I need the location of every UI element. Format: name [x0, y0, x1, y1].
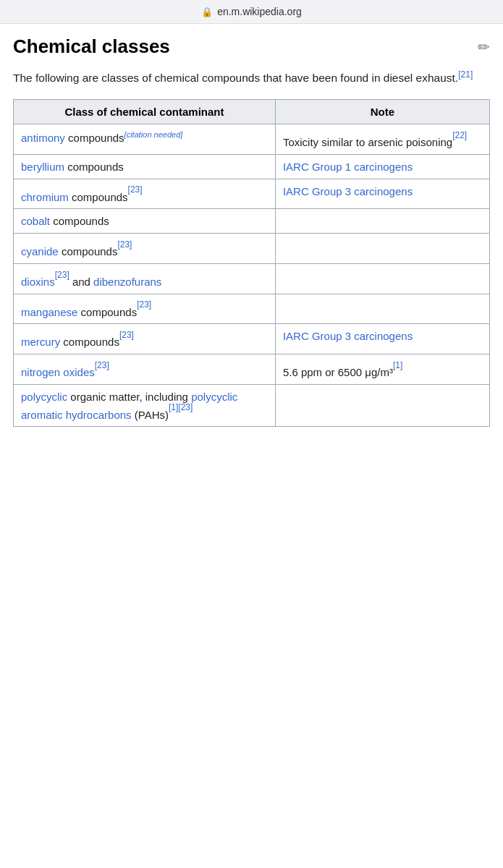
intro-paragraph: The following are classes of chemical co… — [13, 68, 490, 88]
compounds-text: compounds — [81, 305, 138, 318]
table-row: antimony compounds[citation needed] Toxi… — [14, 124, 490, 155]
table-row: cobalt compounds — [14, 209, 490, 234]
page-content: Chemical classes ✏ The following are cla… — [0, 24, 503, 438]
col-header-note: Note — [275, 100, 489, 124]
note-cell — [275, 234, 489, 264]
ref-23d[interactable]: [23] — [137, 300, 151, 310]
table-row: manganese compounds[23] — [14, 294, 490, 324]
class-cell: dioxins[23] and dibenzofurans — [14, 264, 276, 294]
table-row: nitrogen oxides[23] 5.6 ppm or 6500 μg/m… — [14, 354, 490, 385]
and-text: and — [72, 276, 93, 288]
ref-23f[interactable]: [23] — [95, 360, 109, 370]
class-cell: polycyclic organic matter, including pol… — [14, 384, 276, 427]
nitrogen-oxides-link[interactable]: nitrogen oxides — [21, 366, 95, 378]
class-cell: nitrogen oxides[23] — [14, 354, 276, 385]
page-title: Chemical classes — [13, 35, 170, 58]
compounds-text: compounds — [72, 190, 128, 203]
chemical-classes-table: Class of chemical contaminant Note antim… — [13, 99, 490, 427]
note-cell — [275, 384, 489, 427]
cyanide-link[interactable]: cyanide — [21, 245, 59, 258]
nitrogen-note: 5.6 ppm or 6500 μg/m³ — [283, 366, 393, 378]
iarc-group3-link[interactable]: IARC Group 3 carcinogens — [283, 185, 413, 197]
polycyclic-link[interactable]: polycyclic — [21, 391, 67, 403]
chromium-link[interactable]: chromium — [21, 190, 69, 203]
table-row: polycyclic organic matter, including pol… — [14, 384, 490, 427]
note-cell: Toxicity similar to arsenic poisoning[22… — [275, 124, 489, 155]
ref-1-23[interactable]: [1] — [169, 403, 178, 413]
lock-icon: 🔒 — [201, 7, 213, 17]
class-cell: mercury compounds[23] — [14, 324, 276, 354]
cobalt-link[interactable]: cobalt — [21, 215, 50, 227]
table-row: mercury compounds[23] IARC Group 3 carci… — [14, 324, 490, 354]
organic-text: organic matter, including — [70, 391, 191, 403]
note-cell: IARC Group 1 carcinogens — [275, 154, 489, 179]
page-header: Chemical classes ✏ — [13, 35, 490, 58]
class-cell: antimony compounds[citation needed] — [14, 124, 276, 155]
dioxins-link[interactable]: dioxins — [21, 276, 55, 288]
col-header-class: Class of chemical contaminant — [14, 100, 276, 124]
compounds-text: compounds — [62, 245, 118, 258]
note-cell — [275, 264, 489, 294]
ref-23g[interactable]: [23] — [178, 403, 193, 413]
dibenzofurans-link[interactable]: dibenzofurans — [93, 276, 161, 288]
compounds-text: compounds — [53, 215, 109, 227]
browser-bar: 🔒 en.m.wikipedia.org — [0, 0, 503, 24]
note-ref-22[interactable]: [22] — [452, 130, 467, 140]
ref-23b[interactable]: [23] — [117, 239, 132, 250]
class-cell: beryllium compounds — [14, 154, 276, 179]
iarc-group3-mercury-link[interactable]: IARC Group 3 carcinogens — [283, 330, 413, 342]
pahs-text: (PAHs) — [135, 408, 169, 420]
beryllium-link[interactable]: beryllium — [21, 161, 64, 173]
edit-icon[interactable]: ✏ — [478, 38, 490, 56]
compounds-text: compounds — [63, 336, 119, 348]
ref-23e[interactable]: [23] — [119, 330, 134, 340]
table-row: dioxins[23] and dibenzofurans — [14, 264, 490, 294]
class-cell: cobalt compounds — [14, 209, 276, 234]
intro-ref[interactable]: [21] — [458, 69, 473, 80]
note-cell — [275, 209, 489, 234]
note-cell — [275, 294, 489, 324]
class-cell: cyanide compounds[23] — [14, 234, 276, 264]
mercury-link[interactable]: mercury — [21, 336, 60, 348]
note-cell: 5.6 ppm or 6500 μg/m³[1] — [275, 354, 489, 385]
ref-1[interactable]: [1] — [393, 360, 402, 370]
ref-23[interactable]: [23] — [128, 185, 143, 195]
antimony-link[interactable]: antimony — [21, 132, 65, 144]
manganese-link[interactable]: manganese — [21, 305, 77, 318]
url-text: en.m.wikipedia.org — [217, 6, 302, 17]
class-cell: chromium compounds[23] — [14, 179, 276, 209]
compounds-text: compounds — [67, 161, 124, 173]
table-row: chromium compounds[23] IARC Group 3 carc… — [14, 179, 490, 209]
iarc-group1-link[interactable]: IARC Group 1 carcinogens — [283, 161, 413, 173]
note-cell: IARC Group 3 carcinogens — [275, 179, 489, 209]
class-cell: manganese compounds[23] — [14, 294, 276, 324]
compounds-text: compounds — [68, 132, 124, 144]
citation-needed: [citation needed] — [124, 130, 183, 139]
note-cell: IARC Group 3 carcinogens — [275, 324, 489, 354]
table-row: cyanide compounds[23] — [14, 234, 490, 264]
table-row: beryllium compounds IARC Group 1 carcino… — [14, 154, 490, 179]
ref-23c[interactable]: [23] — [55, 270, 69, 280]
